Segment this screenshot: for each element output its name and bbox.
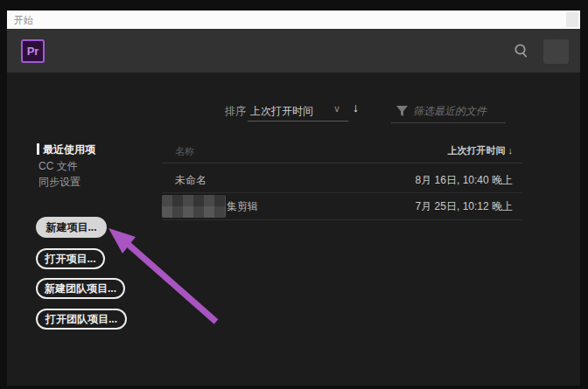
sidebar-item-sync-settings[interactable]: 同步设置: [38, 175, 80, 190]
new-team-project-button-label: 新建团队项目...: [45, 281, 116, 296]
row-divider: [162, 192, 522, 193]
column-header-name[interactable]: 名称: [175, 145, 194, 158]
avatar[interactable]: [543, 39, 569, 64]
search-button[interactable]: [512, 42, 531, 61]
header-divider: [162, 163, 522, 163]
new-project-button-label: 新建项目...: [46, 220, 96, 235]
filter-icon: [396, 105, 409, 117]
sidebar-item-cc-files[interactable]: CC 文件: [38, 159, 78, 174]
row-date: 8月 16日, 10:40 晚上: [336, 173, 513, 188]
window-title: 开始: [14, 14, 33, 27]
row-name: 集剪辑: [227, 199, 258, 214]
search-icon: [512, 42, 531, 61]
open-team-project-button-label: 打开团队项目...: [46, 312, 117, 327]
sort-label: 排序: [225, 104, 246, 119]
row-name: 未命名: [175, 173, 206, 188]
active-item-indicator: [37, 143, 39, 155]
window-titlebar: [7, 10, 580, 29]
column-header-last-opened[interactable]: 上次打开时间 ↓: [336, 144, 513, 157]
new-team-project-button[interactable]: 新建团队项目...: [36, 278, 125, 299]
sidebar-item-recent[interactable]: 最近使用项: [43, 142, 95, 157]
premiere-logo: Pr: [21, 39, 45, 63]
filter-recent-input[interactable]: 筛选最近的文件: [413, 104, 486, 119]
censored-blur: [162, 195, 226, 218]
sort-dropdown-underline: [248, 121, 348, 122]
open-project-button-label: 打开项目...: [45, 252, 95, 267]
sort-dropdown[interactable]: 上次打开时间: [250, 104, 313, 119]
window-control-button[interactable]: [566, 12, 578, 27]
new-project-button[interactable]: 新建项目...: [36, 217, 107, 238]
app-header: [7, 29, 580, 73]
filter-input-underline: [391, 122, 506, 123]
premiere-logo-label: Pr: [27, 45, 39, 58]
sort-direction-button[interactable]: ↓: [353, 101, 359, 115]
open-team-project-button[interactable]: 打开团队项目...: [36, 309, 127, 330]
open-project-button[interactable]: 打开项目...: [36, 248, 105, 269]
row-divider: [162, 219, 522, 220]
row-date: 7月 25日, 10:12 晚上: [336, 199, 513, 214]
chevron-down-icon[interactable]: ∨: [333, 103, 340, 115]
